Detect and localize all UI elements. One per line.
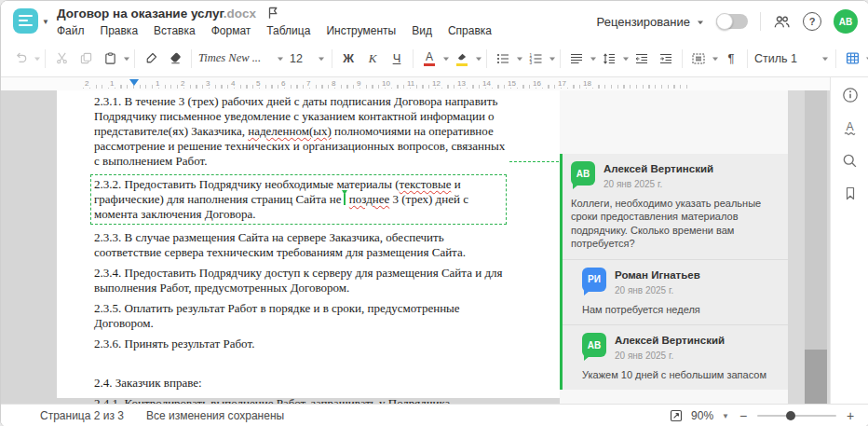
- ruler-number: 17: [556, 79, 568, 88]
- numbered-list-dropdown-icon[interactable]: [548, 55, 556, 62]
- font-color-dropdown-icon[interactable]: [441, 55, 450, 62]
- comment-reply[interactable]: АВАлексей Вертинский20 янв 2025 г.Укажем…: [563, 324, 788, 390]
- zoom-value[interactable]: 90%: [691, 409, 713, 422]
- bookmark-icon[interactable]: [839, 183, 861, 203]
- menu-item-Вид[interactable]: Вид: [412, 24, 432, 37]
- header-divider: [760, 12, 761, 31]
- format-painter-button[interactable]: [139, 47, 163, 71]
- review-mode-dropdown[interactable]: Рецензирование: [597, 15, 704, 29]
- clear-formatting-button[interactable]: [163, 47, 187, 71]
- zoom-dropdown-icon[interactable]: ▼: [722, 412, 729, 420]
- cut-button[interactable]: [49, 47, 74, 71]
- outdent-button[interactable]: [630, 47, 654, 71]
- comment-connector-line: [509, 161, 563, 162]
- paragraph[interactable]: 2.3.6. Принять результат Работ.: [94, 337, 507, 351]
- zoom-in-button[interactable]: +: [845, 408, 856, 423]
- ruler-number: 13: [455, 79, 468, 88]
- paragraph[interactable]: 2.3.3. В случае размещения Сайта на серв…: [94, 230, 507, 260]
- info-icon[interactable]: [839, 85, 861, 105]
- undo-dropdown-icon[interactable]: [33, 55, 41, 62]
- ruler[interactable]: 21123456789101112131415161718: [1, 77, 830, 91]
- table-button[interactable]: [840, 47, 864, 71]
- ruler-number: 12: [430, 79, 442, 88]
- comment-author: Алексей Вертинский: [615, 335, 725, 348]
- search-icon[interactable]: [839, 150, 861, 171]
- spellcheck-icon[interactable]: А: [839, 117, 861, 138]
- user-avatar[interactable]: АВ: [834, 9, 858, 34]
- line-spacing-dropdown-icon[interactable]: [621, 55, 630, 62]
- spellcheck-word: текстовые: [400, 177, 452, 191]
- highlight-button[interactable]: [450, 47, 474, 71]
- menu-item-Вставка[interactable]: Вставка: [154, 24, 196, 37]
- zoom-slider-handle[interactable]: [786, 411, 795, 420]
- bullet-list-button[interactable]: [491, 47, 515, 71]
- people-icon[interactable]: [773, 15, 791, 29]
- underline-button[interactable]: Ч: [385, 47, 409, 71]
- comment-reply[interactable]: РИРоман Игнатьев20 янв 2025 г.Нам потреб…: [563, 259, 788, 324]
- ruler-number: 18: [581, 79, 593, 88]
- line-spacing-button[interactable]: [597, 47, 621, 71]
- formatting-marks-button[interactable]: ¶: [719, 47, 743, 71]
- ruler-number: 10: [380, 79, 392, 88]
- paragraph[interactable]: 2.4.1. Контролировать выполнение Работ, …: [94, 396, 507, 404]
- comment-date: 20 янв 2025 г.: [615, 350, 725, 361]
- copy-button[interactable]: [74, 47, 98, 71]
- comment[interactable]: АВАлексей Вертинский20 янв 2025 г.Коллег…: [563, 154, 788, 259]
- menu-item-Инструменты[interactable]: Инструменты: [326, 24, 396, 37]
- comment-author: Роман Игнатьев: [615, 269, 700, 282]
- zoom-slider[interactable]: [757, 415, 836, 417]
- paragraph[interactable]: 2.3.5. Оплатить результат Работ в порядк…: [94, 301, 507, 331]
- menu-item-Правка[interactable]: Правка: [101, 24, 139, 37]
- page-indicator[interactable]: Страница 2 из 3: [40, 409, 124, 422]
- collaborator-cursor: [344, 194, 346, 205]
- align-button[interactable]: [564, 47, 589, 71]
- font-size-select[interactable]: 12: [287, 47, 328, 71]
- ruler-number: 11: [405, 79, 416, 88]
- paragraph[interactable]: 2.3.1. В течение 3 (трех) рабочих дней с…: [94, 94, 507, 169]
- ruler-number: 15: [506, 79, 518, 88]
- style-select[interactable]: Стиль 1: [752, 47, 832, 71]
- comments-panel: АВАлексей Вертинский20 янв 2025 г.Коллег…: [560, 90, 788, 404]
- comment-author: Алексей Вертинский: [604, 163, 713, 176]
- bullet-list-dropdown-icon[interactable]: [515, 55, 523, 62]
- undo-button[interactable]: [8, 47, 33, 71]
- svg-text:3: 3: [530, 60, 533, 63]
- menu-item-Справка[interactable]: Справка: [448, 24, 492, 37]
- logo-dropdown-icon[interactable]: ▼: [42, 18, 49, 26]
- app-logo-icon[interactable]: [13, 8, 38, 34]
- paragraph[interactable]: 2.3.2. Предоставить Подрядчику необходим…: [90, 174, 507, 225]
- review-toggle[interactable]: [716, 14, 748, 29]
- table-dropdown-icon[interactable]: [864, 55, 868, 62]
- italic-button[interactable]: К: [360, 47, 385, 71]
- paragraph-spacing-dropdown-icon[interactable]: [711, 55, 719, 62]
- indent-button[interactable]: [654, 47, 678, 71]
- scrollbar-thumb[interactable]: [805, 350, 827, 404]
- highlight-dropdown-icon[interactable]: [474, 55, 482, 62]
- align-dropdown-icon[interactable]: [589, 55, 597, 62]
- help-icon[interactable]: ?: [803, 12, 821, 31]
- menu-item-Файл[interactable]: Файл: [57, 24, 85, 37]
- paragraph[interactable]: 2.3.4. Предоставить Подрядчику доступ к …: [94, 266, 507, 295]
- header: ▼ Договор на оказание услуг.docx ФайлПра…: [1, 1, 868, 40]
- spellcheck-word: наделенном(ых): [248, 124, 332, 138]
- menu-item-Формат[interactable]: Формат: [211, 24, 251, 37]
- paste-dropdown-icon[interactable]: [122, 55, 130, 62]
- left-indent-marker[interactable]: [129, 79, 139, 90]
- numbered-list-button[interactable]: 123: [523, 47, 548, 71]
- ruler-number: 5: [254, 79, 262, 88]
- font-color-button[interactable]: А: [417, 47, 441, 71]
- paste-button[interactable]: [98, 47, 122, 71]
- paragraph[interactable]: 2.4. Заказчик вправе:: [94, 376, 507, 391]
- document-title[interactable]: Договор на оказание услуг.docx: [57, 7, 256, 21]
- bold-button[interactable]: Ж: [336, 47, 360, 71]
- fit-width-icon[interactable]: [670, 409, 683, 422]
- paragraph-spacing-button[interactable]: [686, 47, 711, 71]
- comment-text: Коллеги, необходимо указать реальные сро…: [571, 197, 779, 251]
- ruler-number: 6: [279, 79, 287, 88]
- comment-text: Нам потребуется неделя: [582, 303, 779, 317]
- font-family-select[interactable]: Times New ...: [196, 47, 287, 71]
- menu-item-Таблица[interactable]: Таблица: [266, 24, 310, 37]
- comment-thread[interactable]: АВАлексей Вертинский20 янв 2025 г.Коллег…: [560, 154, 788, 390]
- flag-icon[interactable]: [267, 7, 278, 20]
- zoom-out-button[interactable]: −: [738, 408, 749, 423]
